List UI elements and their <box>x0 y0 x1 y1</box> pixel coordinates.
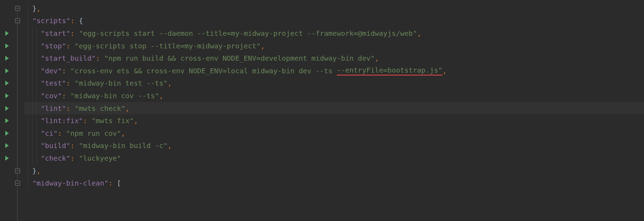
json-val-start: "egg-scripts start --daemon --title=my-m… <box>79 29 417 38</box>
fold-row[interactable] <box>13 165 22 177</box>
code-line[interactable]: "start": "egg-scripts start --daemon --t… <box>24 27 644 40</box>
code-line[interactable]: }, <box>24 2 644 15</box>
fold-row <box>13 77 22 90</box>
code-line[interactable]: "lint:fix": "mwts fix", <box>24 114 644 127</box>
gutter-row[interactable] <box>0 140 13 152</box>
run-icon[interactable] <box>5 131 9 136</box>
code-line[interactable]: "cov": "midway-bin cov --ts", <box>24 89 644 102</box>
json-key-build: "build" <box>41 141 70 150</box>
fold-close-icon[interactable] <box>15 168 20 173</box>
code-line[interactable]: "stop": "egg-scripts stop --title=my-mid… <box>24 40 644 52</box>
gutter-row[interactable] <box>0 114 13 127</box>
fold-row[interactable] <box>13 2 22 15</box>
comma: , <box>37 167 41 175</box>
colon: : <box>70 154 79 162</box>
json-val-cov: "midway-bin cov --ts" <box>70 92 159 100</box>
json-key-check: "check" <box>41 154 70 162</box>
run-icon[interactable] <box>5 31 9 36</box>
gutter-row[interactable] <box>0 102 13 115</box>
run-icon[interactable] <box>5 56 9 61</box>
code-line[interactable]: "start_build": "npm run build && cross-e… <box>24 52 644 65</box>
brace-close: } <box>32 4 37 13</box>
fold-row[interactable] <box>13 177 22 189</box>
run-icon[interactable] <box>5 81 9 86</box>
colon: : <box>83 116 91 125</box>
json-key-dev: "dev" <box>41 67 62 75</box>
brace-close: } <box>32 167 37 175</box>
code-line[interactable]: }, <box>24 165 644 177</box>
gutter-row <box>0 165 13 177</box>
gutter-row[interactable] <box>0 89 13 102</box>
json-key-start: "start" <box>41 29 70 38</box>
fold-row <box>13 127 22 140</box>
gutter-row[interactable] <box>0 65 13 77</box>
code-line[interactable]: "scripts": { <box>24 15 644 27</box>
comma: , <box>121 129 125 138</box>
gutter-row[interactable] <box>0 27 13 40</box>
json-key-start-build: "start_build" <box>41 54 96 62</box>
comma: , <box>261 42 265 50</box>
code-line[interactable]: "check": "luckyeye" <box>24 152 644 165</box>
fold-row <box>13 102 22 115</box>
fold-row[interactable] <box>13 15 22 27</box>
colon: : <box>70 16 79 25</box>
gutter-row[interactable] <box>0 40 13 52</box>
fold-row <box>13 40 22 52</box>
json-key-cov: "cov" <box>41 92 62 100</box>
gutter-row <box>0 15 13 27</box>
code-line[interactable]: "test": "midway-bin test --ts", <box>24 77 644 90</box>
code-line[interactable]: "midway-bin-clean": [ <box>24 177 644 189</box>
json-key-ci: "ci" <box>41 129 58 138</box>
comma: , <box>442 67 447 75</box>
fold-gutter <box>13 0 22 221</box>
code-area[interactable]: }, "scripts": { "start": "egg-scripts st… <box>22 0 644 221</box>
comma: , <box>375 54 379 62</box>
colon: : <box>70 29 79 38</box>
json-val-dev-pre: "cross-env ets && cross-env NODE_ENV=loc… <box>70 67 337 75</box>
comma: , <box>159 92 163 100</box>
json-val-stop: "egg-scripts stop --title=my-midway-proj… <box>74 42 261 50</box>
json-key-test: "test" <box>41 79 66 87</box>
code-line[interactable]: "build": "midway-bin build -c", <box>24 140 644 152</box>
run-gutter <box>0 0 13 221</box>
colon: : <box>109 179 117 187</box>
gutter-row[interactable] <box>0 127 13 140</box>
json-val-lintfix: "mwts fix" <box>92 116 134 125</box>
json-val-start-build: "npm run build && cross-env NODE_ENV=dev… <box>104 54 375 62</box>
gutter-row[interactable] <box>0 52 13 65</box>
gutter-row[interactable] <box>0 77 13 90</box>
run-icon[interactable] <box>5 43 9 48</box>
fold-row <box>13 65 22 77</box>
colon: : <box>62 92 70 100</box>
fold-row <box>13 52 22 65</box>
gutter-row <box>0 189 13 202</box>
comma: , <box>125 104 130 113</box>
run-icon[interactable] <box>5 93 9 98</box>
colon: : <box>66 104 74 113</box>
code-line[interactable]: "ci": "npm run cov", <box>24 127 644 140</box>
colon: : <box>66 79 74 87</box>
comma: , <box>167 79 172 87</box>
json-val-check: "luckyeye" <box>79 154 121 162</box>
colon: : <box>70 141 79 150</box>
json-val-ci: "npm run cov" <box>66 129 121 138</box>
fold-open-icon[interactable] <box>15 18 20 23</box>
json-val-dev-underlined: --entryFile=bootstrap.js" <box>337 66 442 75</box>
comma: , <box>37 4 41 13</box>
run-icon[interactable] <box>5 118 9 123</box>
run-icon[interactable] <box>5 68 9 73</box>
json-val-build: "midway-bin build -c" <box>79 141 167 150</box>
fold-close-icon[interactable] <box>15 6 20 11</box>
json-key-scripts: "scripts" <box>32 16 70 25</box>
code-line[interactable]: "dev": "cross-env ets && cross-env NODE_… <box>24 65 644 77</box>
fold-row <box>13 152 22 165</box>
code-line-current[interactable]: "lint": "mwts check", <box>24 102 644 115</box>
run-icon[interactable] <box>5 156 9 161</box>
run-icon[interactable] <box>5 106 9 111</box>
fold-open-icon[interactable] <box>15 181 20 186</box>
colon: : <box>96 54 104 62</box>
colon: : <box>58 129 66 138</box>
json-val-lint: "mwts check" <box>74 104 125 113</box>
run-icon[interactable] <box>5 143 9 148</box>
gutter-row[interactable] <box>0 152 13 165</box>
